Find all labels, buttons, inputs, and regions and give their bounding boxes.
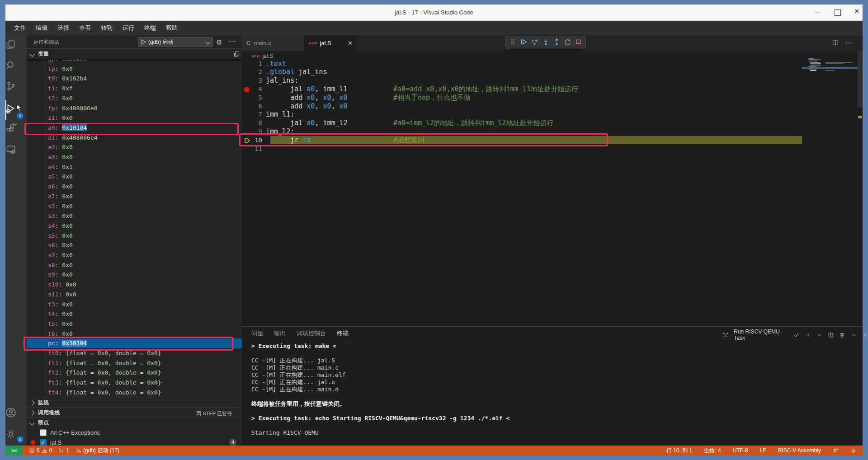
register-row-s11[interactable]: s11: 0x0 <box>27 290 242 300</box>
cursor-position-status[interactable]: 行 10, 列 1 <box>666 447 692 455</box>
code-line-3[interactable]: 3jal_ins: <box>242 76 863 85</box>
register-row-a2[interactable]: a2: 0x0 <box>27 142 242 152</box>
register-row-s6[interactable]: s6: 0x0 <box>27 240 242 250</box>
register-row-s10[interactable]: s10: 0x0 <box>27 280 242 290</box>
indentation-status[interactable]: 空格: 4 <box>704 447 721 455</box>
code-line-5[interactable]: 5 add x0, x0, x0#相当于nop，什么也不做 <box>242 94 863 102</box>
menu-item-运行[interactable]: 运行 <box>118 24 139 31</box>
code-line-7[interactable]: 7imm_l1: <box>242 110 863 119</box>
running-tasks-status[interactable]: 1 <box>58 447 69 454</box>
problems-status[interactable]: 0 0 <box>29 447 52 454</box>
register-row-ft4[interactable]: ft4: {float = 0x0, double = 0x0} <box>27 388 242 398</box>
terminal-output[interactable]: > Executing task: make < CC -[M] 正在构建...… <box>251 343 839 437</box>
code-line-2[interactable]: 2.global jal_ins <box>242 68 863 76</box>
register-row-pc[interactable]: pc: 0x10184 <box>27 338 242 348</box>
remote-indicator[interactable]: >< <box>5 446 23 455</box>
breakpoint-checkbox[interactable] <box>40 429 47 436</box>
register-row-t0[interactable]: t0: 0x102b4 <box>27 74 242 84</box>
register-row-t4[interactable]: t4: 0x0 <box>27 309 242 319</box>
code-line-9[interactable]: 9imm_l2: <box>242 127 863 136</box>
code-line-6[interactable]: 6 add x0, x0, x0 <box>242 102 863 111</box>
menu-item-终端[interactable]: 终端 <box>139 24 161 31</box>
register-row-ft2[interactable]: ft2: {float = 0x0, double = 0x0} <box>27 368 242 378</box>
register-row-a1[interactable]: a1: 0x408006e4 <box>27 133 242 143</box>
register-row-a3[interactable]: a3: 0x0 <box>27 152 242 162</box>
breakpoints-section-header[interactable]: 断点 <box>27 418 242 427</box>
register-row-fp[interactable]: fp: 0x408006e0 <box>27 103 242 113</box>
register-row-t2[interactable]: t2: 0x0 <box>27 94 242 103</box>
register-row-s5[interactable]: s5: 0x0 <box>27 231 242 241</box>
register-row-t5[interactable]: t5: 0x0 <box>27 319 242 329</box>
register-row-s3[interactable]: s3: 0x0 <box>27 211 242 221</box>
sidebar-more-icon[interactable]: ⋯ <box>229 38 236 46</box>
register-row-s4[interactable]: s4: 0x0 <box>27 221 242 231</box>
code-line-8[interactable]: 8 jal a0, imm_l2#a0=imm_l2的地址，跳转到imm_l2地… <box>242 119 863 127</box>
register-row-s2[interactable]: s2: 0x0 <box>27 202 242 211</box>
source-control-icon[interactable] <box>5 80 17 92</box>
menu-item-帮助[interactable]: 帮助 <box>161 24 183 31</box>
start-debug-icon[interactable] <box>141 39 146 45</box>
drag-grip-icon[interactable] <box>509 38 517 47</box>
menu-item-文件[interactable]: 文件 <box>9 24 31 31</box>
register-row-a7[interactable]: a7: 0x0 <box>27 192 242 202</box>
breakpoint-checkbox[interactable]: ✓ <box>40 439 47 446</box>
minimap[interactable] <box>802 58 858 76</box>
register-row-tp[interactable]: tp: 0x0 <box>27 64 242 74</box>
kill-terminal-icon[interactable] <box>839 332 845 338</box>
code-line-1[interactable]: 1.text <box>242 60 863 68</box>
code-line-10[interactable]: 10 jr ra#函数返回 <box>242 136 863 145</box>
terminal-dropdown-icon[interactable] <box>816 332 822 338</box>
register-row-a5[interactable]: a5: 0x0 <box>27 172 242 182</box>
callstack-section-header[interactable]: 调用堆栈 因 STEP 已暂停 <box>27 408 242 418</box>
register-row-t6[interactable]: t6: 0x0 <box>27 329 242 339</box>
terminal-process-label[interactable]: Run RISCV-QEMU - Task <box>734 329 788 341</box>
debug-settings-gear-icon[interactable]: ⚙ <box>216 38 222 47</box>
register-row-ft3[interactable]: ft3: {float = 0x0, double = 0x0} <box>27 378 242 388</box>
panel-tab-调试控制台[interactable]: 调试控制台 <box>297 329 326 340</box>
eol-status[interactable]: LF <box>760 447 766 454</box>
new-terminal-icon[interactable] <box>805 332 811 338</box>
run-and-debug-icon[interactable] <box>5 103 17 115</box>
explorer-icon[interactable] <box>5 39 17 51</box>
register-row-a0[interactable]: a0: 0x10184 <box>27 123 242 133</box>
encoding-status[interactable]: UTF-8 <box>733 447 748 454</box>
menu-item-选择[interactable]: 选择 <box>52 24 74 31</box>
split-terminal-icon[interactable] <box>828 332 834 338</box>
restart-icon[interactable] <box>564 38 571 47</box>
register-row-a4[interactable]: a4: 0x1 <box>27 162 242 172</box>
feedback-icon[interactable] <box>833 448 839 454</box>
code-line-11[interactable]: 11 <box>242 145 863 153</box>
debug-session-status[interactable]: (gdb) 启动 (17) <box>75 447 119 455</box>
extensions-icon[interactable] <box>5 123 17 135</box>
register-row-s1[interactable]: s1: 0x0 <box>27 113 242 123</box>
register-row-s8[interactable]: s8: 0x0 <box>27 260 242 270</box>
code-line-4[interactable]: 4 jal a0, imm_l1#a0=add x0,x0,x0的地址，跳转到i… <box>242 85 863 94</box>
launch-config-dropdown[interactable]: (gdb) 启动 <box>138 37 213 47</box>
menu-item-查看[interactable]: 查看 <box>74 24 96 31</box>
panel-tab-问题[interactable]: 问题 <box>251 329 263 340</box>
step-out-icon[interactable] <box>553 38 561 47</box>
language-mode-status[interactable]: RISC-V Assembly <box>778 447 821 454</box>
step-into-icon[interactable] <box>542 38 550 47</box>
stop-icon[interactable] <box>575 38 582 47</box>
editor-scrollbar[interactable] <box>858 51 863 108</box>
open-panel-icon[interactable] <box>233 51 240 59</box>
menu-item-转到[interactable]: 转到 <box>96 24 118 31</box>
register-row-s9[interactable]: s9: 0x0 <box>27 270 242 280</box>
panel-tab-输出[interactable]: 输出 <box>274 329 286 340</box>
notifications-bell-icon[interactable] <box>850 448 856 454</box>
remote-explorer-icon[interactable] <box>5 144 17 155</box>
register-row-ft0[interactable]: ft0: {float = 0x0, double = 0x0} <box>27 348 242 358</box>
step-over-icon[interactable] <box>531 38 538 47</box>
search-icon[interactable] <box>5 60 17 71</box>
register-row-ft1[interactable]: ft1: {float = 0x0, double = 0x0} <box>27 358 242 368</box>
close-panel-icon[interactable] <box>862 332 868 338</box>
watch-section-header[interactable]: 监视 <box>27 398 242 408</box>
register-row-t3[interactable]: t3: 0x0 <box>27 300 242 310</box>
variables-section-header[interactable]: 变量 <box>27 48 242 59</box>
continue-icon[interactable] <box>520 38 528 47</box>
settings-gear-icon[interactable] <box>5 428 17 440</box>
register-row-t1[interactable]: t1: 0xf <box>27 84 242 94</box>
panel-tab-终端[interactable]: 终端 <box>337 329 349 340</box>
account-icon[interactable] <box>5 407 17 418</box>
